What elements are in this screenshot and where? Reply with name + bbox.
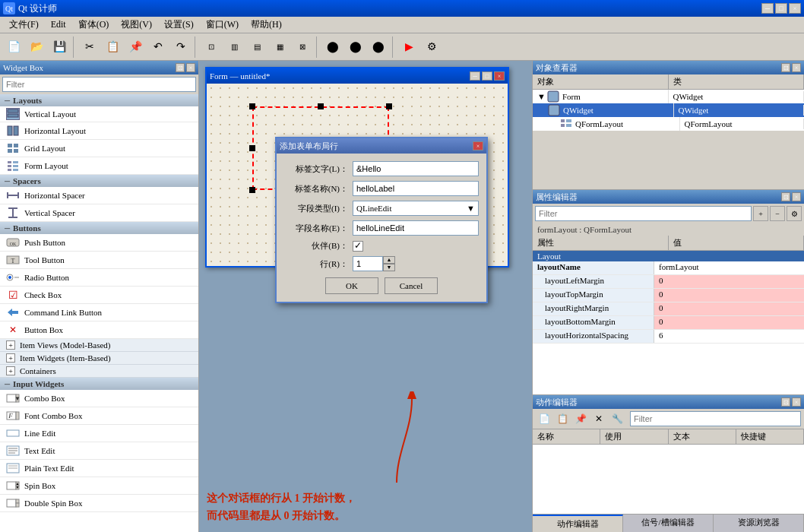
property-editor-close-button[interactable]: × [792,192,801,201]
copy-button[interactable]: 📋 [102,36,123,58]
close-button[interactable]: × [789,3,801,14]
menu-window-q[interactable]: 窗体(O) [72,17,116,33]
action-copy-button[interactable]: 📋 [554,410,571,427]
redo-button[interactable]: ↷ [170,36,192,58]
prop-row[interactable]: layoutTopMargin 0 [533,289,804,302]
tab-order-button[interactable]: ⬤ [368,36,389,58]
layout-v-button[interactable]: ▤ [246,36,267,58]
list-item[interactable]: F Font Combo Box [0,407,198,425]
align-left-button[interactable]: ⬤ [322,36,343,58]
section-containers[interactable]: + Containers [0,365,198,378]
label-text-input[interactable] [353,161,479,176]
list-item[interactable]: Vertical Layout [0,106,198,122]
list-item[interactable]: Line Edit [0,425,198,442]
spin-up-button[interactable]: ▲ [383,256,395,264]
new-button[interactable]: 📄 [3,36,24,58]
action-editor-float-button[interactable]: ⊡ [781,397,790,407]
prop-row[interactable]: layoutName formLayout [533,261,804,275]
list-item[interactable]: ☑ Check Box [0,287,198,304]
prop-filter-settings-button[interactable]: ⚙ [787,206,802,221]
widget-box-filter-input[interactable] [2,77,196,92]
widget-button[interactable]: ⊡ [201,36,222,58]
list-item[interactable]: Horizontal Spacer [0,187,198,204]
menu-edit[interactable]: Edit [45,17,72,32]
field-name-input[interactable] [353,220,479,236]
section-item-views[interactable]: + Item Views (Model-Based) [0,339,198,352]
layout-grid-button[interactable]: ▦ [269,36,290,58]
list-item[interactable]: Form Layout [0,157,198,175]
list-item[interactable]: Plain Text Edit [0,460,198,477]
tab-resource-browser[interactable]: 资源浏览器 [714,515,804,532]
prop-filter-add-button[interactable]: + [753,206,768,221]
paste-button[interactable]: 📌 [125,36,146,58]
label-name-input[interactable] [353,181,479,196]
resize-handle-bl[interactable] [249,187,255,193]
action-editor-close-button[interactable]: × [792,397,801,407]
settings-button[interactable]: ⚙ [421,36,442,58]
object-inspector-close-button[interactable]: × [792,63,801,72]
menu-help[interactable]: 帮助(H) [245,17,288,33]
maximize-button[interactable]: □ [775,3,787,14]
list-item[interactable]: ✕ Button Box [0,321,198,339]
tab-signal-slot-editor[interactable]: 信号/槽编辑器 [623,515,714,532]
layout-h-button[interactable]: ▥ [223,36,245,58]
action-delete-button[interactable]: ✕ [590,410,607,427]
property-editor-float-button[interactable]: ⊡ [781,192,790,201]
section-input-widgets[interactable]: ─ Input Widgets [0,378,198,390]
preview-button[interactable]: ▶ [398,36,419,58]
action-new-button[interactable]: 📄 [536,410,552,427]
form-close-button[interactable]: × [494,71,505,81]
field-type-select[interactable]: QLineEdit ▼ [353,201,479,216]
list-item[interactable]: Text Edit [0,442,198,460]
table-row[interactable]: QFormLayout QFormLayout [533,117,804,131]
section-layouts[interactable]: ─ Layouts [0,94,198,106]
list-item[interactable]: Horizontal Layout [0,122,198,140]
action-filter-input[interactable] [630,411,801,426]
spin-down-button[interactable]: ▼ [383,264,395,271]
prop-row[interactable]: layoutBottomMargin 0 [533,316,804,330]
prop-row[interactable]: layoutRightMargin 0 [533,302,804,316]
dialog-close-button[interactable]: × [473,141,483,150]
table-row[interactable]: QWidget QWidget [533,103,804,117]
list-item[interactable]: Radio Button [0,269,198,287]
companion-checkbox[interactable]: ✓ [353,241,363,252]
list-item[interactable]: OK Push Button [0,234,198,252]
form-maximize-button[interactable]: □ [482,71,492,81]
prop-row[interactable]: layoutLeftMargin 0 [533,275,804,289]
ok-button[interactable]: OK [325,277,378,294]
object-inspector-float-button[interactable]: ⊡ [781,63,790,72]
break-layout-button[interactable]: ⊠ [292,36,313,58]
menu-settings[interactable]: 设置(S) [158,17,200,33]
cancel-button[interactable]: Cancel [385,277,438,294]
undo-button[interactable]: ↶ [147,36,169,58]
action-paste-button[interactable]: 📌 [572,410,589,427]
resize-handle-tm[interactable] [318,103,324,109]
prop-filter-remove-button[interactable]: − [770,206,785,221]
list-item[interactable]: Vertical Spacer [0,204,198,222]
list-item[interactable]: Grid Layout [0,140,198,157]
resize-handle-tr[interactable] [386,103,392,109]
prop-row[interactable]: layoutHorizontalSpacing 6 [533,330,804,344]
section-spacers[interactable]: ─ Spacers [0,175,198,187]
resize-handle-ml[interactable] [249,145,255,151]
row-number-input[interactable] [353,256,383,271]
action-settings-button[interactable]: 🔧 [609,410,625,427]
align-center-button[interactable]: ⬤ [345,36,366,58]
widget-box-close-button[interactable]: × [186,63,195,72]
section-buttons[interactable]: ─ Buttons [0,222,198,234]
save-button[interactable]: 💾 [49,36,70,58]
cut-button[interactable]: ✂ [79,36,100,58]
menu-file[interactable]: 文件(F) [3,17,45,33]
section-item-widgets[interactable]: + Item Widgets (Item-Based) [0,352,198,365]
tab-action-editor[interactable]: 动作编辑器 [533,515,623,532]
list-item[interactable]: Double Spin Box [0,495,198,512]
table-row[interactable]: ▼ Form QWidget [533,90,804,103]
menu-view[interactable]: 视图(V) [115,17,158,33]
resize-handle-tl[interactable] [249,103,255,109]
list-item[interactable]: Command Link Button [0,304,198,321]
form-minimize-button[interactable]: ─ [470,71,480,81]
list-item[interactable]: ▲▼ Spin Box [0,477,198,495]
widget-box-float-button[interactable]: ⊡ [176,63,185,72]
list-item[interactable]: ▼ Combo Box [0,390,198,407]
property-filter-input[interactable] [535,206,752,221]
